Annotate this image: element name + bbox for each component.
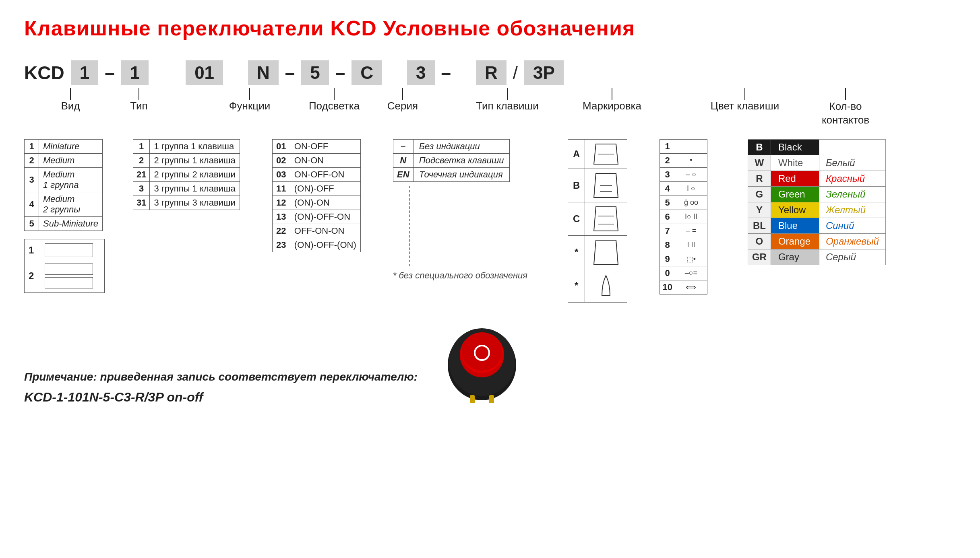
color-table: BBlackЧерныйWWhiteБелыйRRedКрасныйGGreen… (748, 139, 886, 265)
markirovka-table: 12•3– ○4I ○5ğ oo6I○ II7– =8I II9⬚•0–○=10… (660, 139, 707, 294)
funkcii-row: 13(ON)-OFF-ON (272, 210, 360, 224)
vid-row: 1Miniature (25, 139, 103, 153)
code-dash-3: – (335, 63, 345, 83)
color-row: BBlackЧерный (748, 139, 885, 155)
code-dash-4: – (441, 63, 451, 83)
svg-rect-20 (489, 395, 494, 403)
code-slash: / (513, 63, 518, 83)
color-row: BLBlueСиний (748, 218, 885, 233)
podsvetka-row: ENТочечная индикация (393, 167, 510, 181)
code-prefix: KCD (24, 62, 64, 84)
tip-klavishi-section: A B (568, 139, 627, 303)
code-box-2: 1 (121, 60, 149, 85)
vid-section: 1Miniature2Medium3Medium1 группа4Medium2… (24, 139, 105, 293)
code-box-9: 3P (524, 60, 564, 85)
code-box-6: C (351, 60, 382, 85)
markirovka-row: 0–○= (660, 266, 707, 280)
color-section: BBlackЧерныйWWhiteБелыйRRedКрасныйGGreen… (748, 139, 886, 265)
code-box-3: 01 (186, 60, 223, 85)
podsvetka-section: –Без индикацииNПодсветка клавишиENТочечн… (393, 139, 527, 281)
label-kol-kontaktov: Кол-воконтактов (822, 100, 869, 127)
note-code: KCD-1-101N-5-C3-R/3P on-off (24, 390, 418, 405)
label-markirovka: Маркировка (583, 100, 641, 112)
tip-row: 313 группы 3 клавиши (133, 196, 240, 210)
label-funkcii: Функции (229, 100, 270, 112)
color-row: GRGrayСерый (748, 249, 885, 265)
markirovka-row: 9⬚• (660, 252, 707, 266)
code-box-5: 5 (301, 60, 329, 85)
markirovka-row: 4I ○ (660, 181, 707, 196)
color-row: YYellowЖелтый (748, 202, 885, 218)
switch-illustration (442, 323, 522, 405)
color-row: OOrangeОранжевый (748, 233, 885, 249)
tip-section: 11 группа 1 клавиша22 группы 1 клавиша21… (133, 139, 240, 210)
markirovka-row: 10⟺ (660, 280, 707, 294)
svg-marker-11 (594, 240, 618, 264)
code-box-8: R (476, 60, 507, 85)
vid-row: 4Medium2 группы (25, 192, 103, 216)
code-box-1: 1 (71, 60, 98, 85)
code-dash-1: – (105, 63, 114, 83)
code-dash-2: – (285, 63, 295, 83)
markirovka-row: 8I II (660, 238, 707, 252)
markirovka-row: 1 (660, 139, 707, 153)
markirovka-row: 3– ○ (660, 167, 707, 181)
tip-row: 212 группы 2 клавиши (133, 167, 240, 181)
label-cvet-klavishi: Цвет клавиши (711, 100, 779, 112)
main-title: Клавишные переключатели KCD Условные обо… (24, 16, 956, 40)
markirovka-row: 6I○ II (660, 210, 707, 224)
funkcii-row: 03ON-OFF-ON (272, 167, 360, 181)
funkcii-row: 12(ON)-ON (272, 196, 360, 210)
label-podsvetka: Подсветка (309, 100, 360, 112)
markirovka-row: 2• (660, 153, 707, 167)
funkcii-row: 23(ON)-OFF-(ON) (272, 238, 360, 252)
vid-row: 5Sub-Miniature (25, 216, 103, 231)
note-section: Примечание: приведенная запись соответст… (24, 371, 418, 405)
vid-row: 3Medium1 группа (25, 167, 103, 192)
funkcii-row: 22OFF-ON-ON (272, 224, 360, 238)
note-label: Примечание: приведенная запись соответст… (24, 371, 418, 383)
code-box-7: 3 (407, 60, 434, 85)
tip-row: 22 группы 1 клавиша (133, 153, 240, 167)
vid-table: 1Miniature2Medium3Medium1 группа4Medium2… (24, 139, 103, 231)
markirovka-row: 5ğ oo (660, 196, 707, 210)
label-tip-klavishi: Тип клавиши (476, 100, 539, 112)
label-tip: Тип (130, 100, 147, 112)
color-row: RRedКрасный (748, 171, 885, 186)
label-vid: Вид (61, 100, 80, 112)
svg-marker-7 (594, 207, 618, 231)
tip-table: 11 группа 1 клавиша22 группы 1 клавиша21… (133, 139, 240, 210)
markirovka-row: 7– = (660, 224, 707, 238)
funkcii-row: 02ON-ON (272, 153, 360, 167)
tip-row: 33 группы 1 клавиша (133, 181, 240, 196)
podsvetka-table: –Без индикацииNПодсветка клавишиENТочечн… (393, 139, 510, 182)
markirovka-section: 12•3– ○4I ○5ğ oo6I○ II7– =8I II9⬚•0–○=10… (660, 139, 707, 294)
funkcii-row: 01ON-OFF (272, 139, 360, 153)
svg-rect-19 (470, 395, 475, 403)
podsvetka-row: –Без индикации (393, 139, 510, 153)
footnote: * без специального обозначения (393, 270, 527, 281)
vid-row: 2Medium (25, 153, 103, 167)
code-box-4: N (248, 60, 279, 85)
color-row: WWhiteБелый (748, 155, 885, 171)
color-row: GGreenЗеленый (748, 186, 885, 202)
label-seria: Серия (387, 100, 418, 112)
tip-row: 11 группа 1 клавиша (133, 139, 240, 153)
svg-point-17 (462, 333, 502, 371)
podsvetka-row: NПодсветка клавиши (393, 153, 510, 167)
funkcii-section: 01ON-OFF02ON-ON03ON-OFF-ON11(ON)-OFF12(O… (272, 139, 361, 252)
funkcii-row: 11(ON)-OFF (272, 181, 360, 196)
tip-klavishi-table: A B (568, 139, 627, 303)
funkcii-table: 01ON-OFF02ON-ON03ON-OFF-ON11(ON)-OFF12(O… (272, 139, 361, 252)
